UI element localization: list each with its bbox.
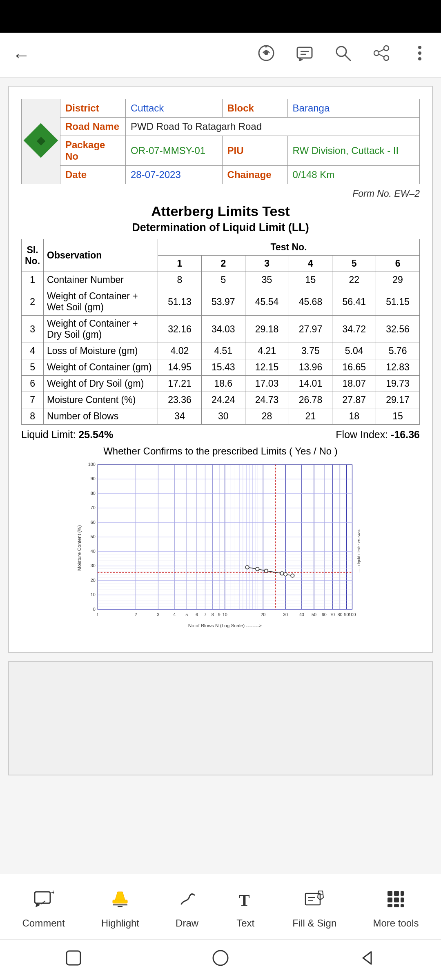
draw-tool-icon <box>176 889 198 914</box>
back-triangle-button[interactable] <box>357 948 378 972</box>
value-cell: 12.15 <box>245 359 289 376</box>
svg-text:100: 100 <box>88 462 96 467</box>
data-point-2 <box>284 572 287 576</box>
value-cell: 24.24 <box>201 392 245 408</box>
svg-point-11 <box>374 51 379 56</box>
share-icon[interactable] <box>372 44 390 66</box>
value-cell: 34 <box>158 408 202 425</box>
value-cell: 35 <box>245 272 289 288</box>
piu-label: PIU <box>222 136 287 166</box>
value-cell: 53.97 <box>201 288 245 316</box>
svg-line-9 <box>345 55 350 60</box>
svg-text:6: 6 <box>196 612 198 617</box>
test-num-header: 5 <box>332 256 376 272</box>
observation-cell: Loss of Moisture (gm) <box>44 343 158 359</box>
sl-cell: 4 <box>22 343 44 359</box>
svg-text:2: 2 <box>135 612 137 617</box>
back-button[interactable]: ← <box>12 45 30 65</box>
value-cell: 18 <box>332 408 376 425</box>
comment-icon[interactable] <box>296 44 314 66</box>
more-options-icon[interactable] <box>411 44 429 66</box>
value-cell: 32.16 <box>158 316 202 343</box>
text-tool[interactable]: T Text <box>235 889 256 929</box>
more-tools-tool[interactable]: More tools <box>373 889 419 929</box>
more-tools-label: More tools <box>373 918 419 929</box>
svg-text:40: 40 <box>91 549 96 554</box>
sl-cell: 2 <box>22 288 44 316</box>
sl-header: Sl.No. <box>22 239 44 272</box>
value-cell: 29.18 <box>245 316 289 343</box>
svg-rect-123 <box>388 898 392 902</box>
fill-sign-tool-label: Fill & Sign <box>292 918 336 929</box>
value-cell: 30 <box>201 408 245 425</box>
svg-text:8: 8 <box>212 612 214 617</box>
search-icon[interactable] <box>334 44 352 66</box>
value-cell: 14.01 <box>289 376 332 392</box>
svg-text:7: 7 <box>204 612 206 617</box>
highlight-tool[interactable]: Highlight <box>101 889 139 929</box>
date-label: Date <box>60 166 126 184</box>
flow-index-text: Flow Index: -16.36 <box>336 429 420 441</box>
highlight-tool-label: Highlight <box>101 918 139 929</box>
svg-point-12 <box>384 56 389 60</box>
observation-cell: Container Number <box>44 272 158 288</box>
svg-rect-126 <box>388 904 392 907</box>
value-cell: 4.51 <box>201 343 245 359</box>
value-cell: 17.21 <box>158 376 202 392</box>
home-square-button[interactable] <box>63 948 84 972</box>
road-name-value: PWD Road To Ratagarh Road <box>126 118 420 136</box>
svg-text:10: 10 <box>91 592 96 597</box>
svg-rect-129 <box>67 951 80 965</box>
value-cell: 45.68 <box>289 288 332 316</box>
value-cell: 29 <box>376 272 420 288</box>
more-tools-icon <box>385 889 406 914</box>
svg-rect-5 <box>297 47 312 58</box>
fill-sign-tool-icon <box>304 889 325 914</box>
value-cell: 18.6 <box>201 376 245 392</box>
observation-cell: Weight of Container + Wet Soil (gm) <box>44 288 158 316</box>
observation-cell: Weight of Dry Soil (gm) <box>44 376 158 392</box>
svg-rect-127 <box>394 904 399 907</box>
svg-text:90: 90 <box>91 476 96 481</box>
svg-rect-120 <box>388 891 392 896</box>
value-cell: 27.97 <box>289 316 332 343</box>
svg-point-10 <box>384 46 389 51</box>
svg-text:60: 60 <box>322 612 327 617</box>
value-cell: 15 <box>289 272 332 288</box>
value-cell: 13.96 <box>289 359 332 376</box>
value-cell: 34.03 <box>201 316 245 343</box>
data-table: Sl.No. Observation Test No. 123456 1Cont… <box>21 239 420 425</box>
data-point-6 <box>245 566 249 569</box>
district-label: District <box>60 99 126 118</box>
sl-cell: 7 <box>22 392 44 408</box>
svg-point-1 <box>264 51 268 55</box>
svg-text:+: + <box>51 889 54 897</box>
value-cell: 23.36 <box>158 392 202 408</box>
value-cell: 19.73 <box>376 376 420 392</box>
svg-rect-128 <box>401 904 404 907</box>
svg-text:0: 0 <box>93 607 96 612</box>
svg-rect-112 <box>113 900 127 903</box>
value-cell: 32.56 <box>376 316 420 343</box>
test-num-header: 1 <box>158 256 202 272</box>
comment-tool-icon: + <box>33 889 54 914</box>
value-cell: 34.72 <box>332 316 376 343</box>
comment-tool[interactable]: + Comment <box>22 889 65 929</box>
value-cell: 16.65 <box>332 359 376 376</box>
fill-sign-tool[interactable]: Fill & Sign <box>292 889 336 929</box>
svg-text:20: 20 <box>261 612 265 617</box>
package-no-value: OR-07-MMSY-01 <box>126 136 223 166</box>
svg-text:40: 40 <box>299 612 304 617</box>
reading-mode-icon[interactable] <box>257 44 275 66</box>
home-circle-button[interactable] <box>210 948 231 972</box>
svg-point-15 <box>418 46 421 49</box>
block-value: Baranga <box>287 99 419 118</box>
test-num-header: 4 <box>289 256 332 272</box>
svg-text:70: 70 <box>91 505 96 510</box>
value-cell: 56.41 <box>332 288 376 316</box>
svg-text:80: 80 <box>337 612 342 617</box>
package-no-label: Package No <box>60 136 126 166</box>
sl-cell: 6 <box>22 376 44 392</box>
data-point-1 <box>291 574 294 577</box>
draw-tool[interactable]: Draw <box>176 889 198 929</box>
